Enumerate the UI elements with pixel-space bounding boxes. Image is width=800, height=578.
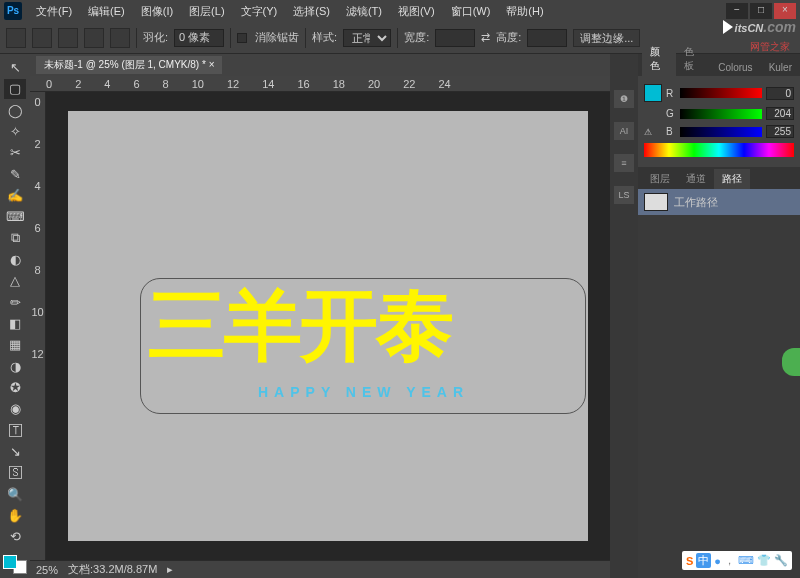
right-dock: 颜色色板ColorusKuler R 0 G 204 ⚠ B 255 图 xyxy=(638,54,800,578)
menu-I[interactable]: 图像(I) xyxy=(135,2,179,21)
tool-7[interactable]: ⌨ xyxy=(4,207,26,226)
tool-18[interactable]: ↘ xyxy=(4,442,26,461)
tool-17[interactable]: 🅃 xyxy=(4,421,26,440)
spectrum-bar[interactable] xyxy=(644,143,794,157)
r-value[interactable]: 0 xyxy=(766,87,794,100)
r-label: R xyxy=(666,88,676,99)
dock-icon[interactable]: ❶ xyxy=(614,90,634,108)
tab-图层[interactable]: 图层 xyxy=(642,169,678,189)
tool-8[interactable]: ⧉ xyxy=(4,229,26,248)
tool-4[interactable]: ✂ xyxy=(4,143,26,162)
document-tabbar: 未标题-1 @ 25% (图层 1, CMYK/8) * × xyxy=(30,54,610,76)
dock-icon[interactable]: AI xyxy=(614,122,634,140)
menu-E[interactable]: 编辑(E) xyxy=(82,2,131,21)
path-item[interactable]: 工作路径 xyxy=(638,189,800,215)
antialias-label: 消除锯齿 xyxy=(255,30,299,45)
paths-panel: 工作路径 xyxy=(638,189,800,578)
style-select[interactable]: 正常 xyxy=(343,29,391,47)
titlebar: Ps 文件(F)编辑(E)图像(I)图层(L)文字(Y)选择(S)滤镜(T)视图… xyxy=(0,0,800,22)
dock-icon[interactable]: ≡ xyxy=(614,154,634,172)
menu-S[interactable]: 选择(S) xyxy=(287,2,336,21)
menu-F[interactable]: 文件(F) xyxy=(30,2,78,21)
color-panel: R 0 G 204 ⚠ B 255 xyxy=(638,76,800,167)
artboard: 三羊开泰 HAPPY NEW YEAR xyxy=(68,111,588,541)
tool-21[interactable]: ✋ xyxy=(4,506,26,525)
r-slider[interactable] xyxy=(680,88,762,98)
tab-色板[interactable]: 色板 xyxy=(676,42,710,76)
zoom-level[interactable]: 25% xyxy=(36,564,58,576)
tool-13[interactable]: ▦ xyxy=(4,335,26,354)
tool-22[interactable]: ⟲ xyxy=(4,527,26,546)
tab-Colorus[interactable]: Colorus xyxy=(710,59,760,76)
color-swatches[interactable] xyxy=(3,555,27,574)
height-label: 高度: xyxy=(496,30,521,45)
app-logo: Ps xyxy=(4,2,22,20)
height-input[interactable] xyxy=(527,29,567,47)
menu-V[interactable]: 视图(V) xyxy=(392,2,441,21)
watermark-sub: 网管之家 xyxy=(750,40,790,54)
selection-sub-icon[interactable] xyxy=(84,28,104,48)
width-label: 宽度: xyxy=(404,30,429,45)
selection-new-icon[interactable] xyxy=(32,28,52,48)
swap-icon[interactable]: ⇄ xyxy=(481,31,490,44)
tool-11[interactable]: ✏ xyxy=(4,293,26,312)
fg-color-swatch[interactable] xyxy=(644,84,662,102)
g-value[interactable]: 204 xyxy=(766,107,794,120)
layers-panel-tabs: 图层通道路径 xyxy=(638,167,800,189)
dock-icon[interactable]: LS xyxy=(614,186,634,204)
tool-12[interactable]: ◧ xyxy=(4,314,26,333)
tool-1[interactable]: ▢ xyxy=(4,79,26,98)
side-badge xyxy=(782,348,800,376)
menu-H[interactable]: 帮助(H) xyxy=(500,2,549,21)
document-tab[interactable]: 未标题-1 @ 25% (图层 1, CMYK/8) * × xyxy=(36,56,222,74)
tool-16[interactable]: ◉ xyxy=(4,399,26,418)
menu-Y[interactable]: 文字(Y) xyxy=(235,2,284,21)
tab-颜色[interactable]: 颜色 xyxy=(642,42,676,76)
doc-info: 文档:33.2M/8.87M xyxy=(68,562,157,577)
collapsed-dock: ❶AI≡LS xyxy=(610,54,638,578)
tool-10[interactable]: △ xyxy=(4,271,26,290)
g-label: G xyxy=(666,108,676,119)
tab-路径[interactable]: 路径 xyxy=(714,169,750,189)
tool-15[interactable]: ✪ xyxy=(4,378,26,397)
tool-19[interactable]: 🅂 xyxy=(4,463,26,482)
menu-W[interactable]: 窗口(W) xyxy=(445,2,497,21)
warn-icon: ⚠ xyxy=(644,127,662,137)
b-label: B xyxy=(666,126,676,137)
tools-panel: ↖▢◯✧✂✎✍⌨⧉◐△✏◧▦◑✪◉🅃↘🅂🔍✋⟲ xyxy=(0,54,30,578)
path-name: 工作路径 xyxy=(674,195,718,210)
tab-Kuler[interactable]: Kuler xyxy=(761,59,800,76)
tool-2[interactable]: ◯ xyxy=(4,101,26,120)
style-label: 样式: xyxy=(312,30,337,45)
ime-bar[interactable]: S 中 ●， ⌨👕🔧 xyxy=(682,551,792,570)
menubar: 文件(F)编辑(E)图像(I)图层(L)文字(Y)选择(S)滤镜(T)视图(V)… xyxy=(30,2,726,21)
width-input[interactable] xyxy=(435,29,475,47)
tab-通道[interactable]: 通道 xyxy=(678,169,714,189)
selection-add-icon[interactable] xyxy=(58,28,78,48)
b-slider[interactable] xyxy=(680,127,762,137)
refine-edge-button[interactable]: 调整边缘... xyxy=(573,29,640,47)
tool-0[interactable]: ↖ xyxy=(4,58,26,77)
feather-label: 羽化: xyxy=(143,30,168,45)
tool-3[interactable]: ✧ xyxy=(4,122,26,141)
sub-text: HAPPY NEW YEAR xyxy=(258,384,469,400)
antialias-checkbox[interactable] xyxy=(237,33,247,43)
canvas-area[interactable]: 三羊开泰 HAPPY NEW YEAR xyxy=(46,92,610,560)
tool-9[interactable]: ◐ xyxy=(4,250,26,269)
g-slider[interactable] xyxy=(680,109,762,119)
color-panel-tabs: 颜色色板ColorusKuler xyxy=(638,54,800,76)
tool-6[interactable]: ✍ xyxy=(4,186,26,205)
ruler-horizontal: 024681012141618202224 xyxy=(30,76,610,92)
feather-input[interactable] xyxy=(174,29,224,47)
tool-5[interactable]: ✎ xyxy=(4,165,26,184)
ruler-vertical: 024681012 xyxy=(30,92,46,560)
tool-preset-icon[interactable] xyxy=(6,28,26,48)
watermark-logo: itsCN.com xyxy=(723,16,796,37)
selection-int-icon[interactable] xyxy=(110,28,130,48)
menu-L[interactable]: 图层(L) xyxy=(183,2,230,21)
menu-T[interactable]: 滤镜(T) xyxy=(340,2,388,21)
status-arrow-icon[interactable]: ▸ xyxy=(167,563,173,576)
b-value[interactable]: 255 xyxy=(766,125,794,138)
tool-14[interactable]: ◑ xyxy=(4,357,26,376)
tool-20[interactable]: 🔍 xyxy=(4,485,26,504)
